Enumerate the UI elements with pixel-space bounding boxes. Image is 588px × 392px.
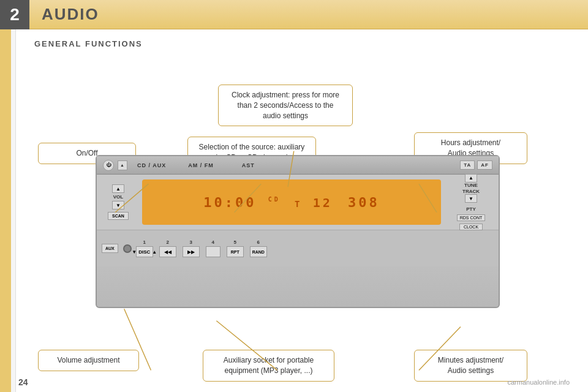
callout-clock: Clock adjustment: press for more than 2 …	[218, 85, 353, 126]
preset-5-group: 5 RPT	[227, 239, 244, 257]
chapter-title: AUDIO	[29, 5, 99, 24]
section-title: GENERAL FUNCTIONS	[34, 39, 576, 48]
radio-unit: ⏻ ▲ CD / AUX AM / FM AST TA AF ▲ VOL ▼ S…	[96, 155, 500, 308]
sidebar-accent-border	[11, 29, 16, 392]
cd-aux-label: CD / AUX	[137, 162, 166, 168]
preset-3-label: 3	[190, 239, 192, 245]
preset-1-button[interactable]: ▼ DISC ▲	[136, 246, 153, 257]
radio-top-bar: ⏻ ▲ CD / AUX AM / FM AST TA AF	[97, 156, 499, 175]
preset-6-button[interactable]: RAND	[250, 246, 267, 257]
watermark: carmanualonline.info	[507, 379, 570, 386]
aux-socket	[123, 244, 132, 253]
pty-rds-area: PTY	[466, 206, 476, 212]
eject-button[interactable]: ▲	[118, 160, 127, 170]
pty-label: PTY	[466, 206, 476, 212]
clock-button[interactable]: CLOCK	[459, 224, 483, 230]
display-track-indicator: T	[295, 199, 302, 209]
preset-4-button[interactable]	[206, 246, 221, 257]
main-content: GENERAL FUNCTIONS On/Off Clock adjustmen…	[16, 29, 588, 392]
preset-6-group: 6 RAND	[250, 239, 267, 257]
chapter-number: 2	[0, 0, 29, 29]
ast-label: AST	[242, 162, 255, 168]
preset-2-button[interactable]: ◀◀	[159, 246, 176, 257]
rds-cont-button[interactable]: RDS CONT	[457, 214, 486, 221]
preset-1-label: 1	[143, 239, 146, 245]
am-fm-label: AM / FM	[188, 162, 214, 168]
ta-button[interactable]: TA	[460, 160, 475, 170]
tune-track-label: TUNE TRACK	[462, 183, 480, 194]
preset-1-group: 1 ▼ DISC ▲	[136, 239, 153, 257]
callout-minutes: Minutes adjustment/ Audio settings	[414, 350, 527, 382]
radio-top-left: ⏻ ▲ CD / AUX AM / FM AST	[103, 160, 255, 171]
ta-af-area: TA AF	[460, 160, 492, 170]
radio-middle: ▲ VOL ▼ SCAN 10:00 CD T 12 308 ▲	[97, 175, 499, 230]
tune-down-button[interactable]: ▼	[465, 194, 477, 203]
preset-3-button[interactable]: ▶▶	[183, 246, 200, 257]
scan-button[interactable]: SCAN	[108, 212, 129, 220]
af-button[interactable]: AF	[477, 160, 492, 170]
power-button[interactable]: ⏻	[103, 160, 114, 171]
preset-5-label: 5	[234, 239, 236, 245]
preset-5-button[interactable]: RPT	[227, 246, 244, 257]
radio-buttons-row: AUX 1 ▼ DISC ▲ 2 ◀◀ 3 ▶▶	[97, 230, 499, 266]
volume-area: ▲ VOL ▼	[112, 184, 124, 209]
preset-6-label: 6	[257, 239, 260, 245]
display-time: 10:00 CD T 12 308	[203, 195, 380, 210]
radio-left-controls: ▲ VOL ▼ SCAN	[97, 175, 140, 230]
volume-up-button[interactable]: ▲	[112, 184, 124, 193]
tune-up-button[interactable]: ▲	[465, 174, 477, 183]
radio-display: 10:00 CD T 12 308	[142, 179, 441, 225]
volume-down-button[interactable]: ▼	[112, 201, 124, 209]
preset-2-label: 2	[167, 239, 169, 245]
sidebar-accent	[0, 29, 11, 392]
aux-button[interactable]: AUX	[102, 244, 118, 253]
preset-2-group: 2 ◀◀	[159, 239, 176, 257]
vol-label: VOL	[113, 194, 123, 200]
callout-aux-socket: Auxiliary socket for portable equipment …	[203, 350, 334, 382]
preset-3-group: 3 ▶▶	[183, 239, 200, 257]
header: 2 AUDIO	[0, 0, 588, 29]
footer: 24 carmanualonline.info	[0, 377, 588, 387]
callout-volume: Volume adjustment	[38, 350, 139, 371]
rds-clock-area: RDS CONT	[457, 214, 486, 221]
tune-track-area: ▲ TUNE TRACK ▼	[462, 174, 480, 203]
radio-right-controls: ▲ TUNE TRACK ▼ PTY RDS CONT CLOCK	[443, 175, 499, 230]
display-cd-indicator: CD	[268, 196, 281, 203]
preset-4-label: 4	[212, 239, 214, 245]
preset-4-group: 4	[206, 239, 221, 257]
page-number: 24	[18, 377, 28, 387]
